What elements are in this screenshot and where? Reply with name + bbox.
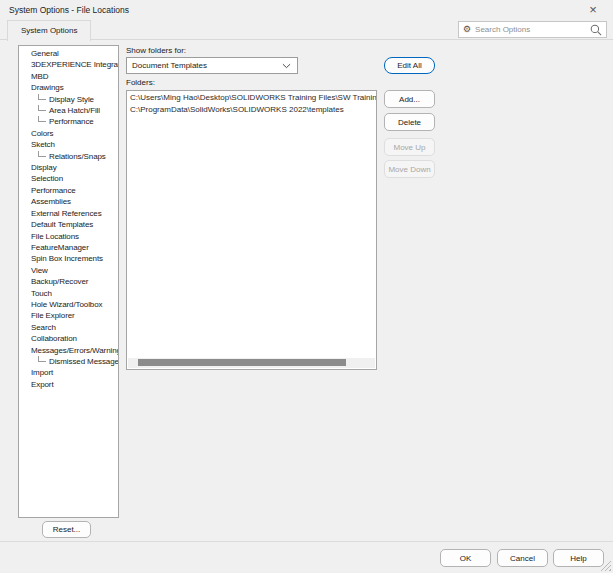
chevron-down-icon bbox=[282, 63, 291, 69]
tree-item-sketch[interactable]: Sketch bbox=[19, 139, 118, 150]
folder-path-item[interactable]: C:\Users\Ming Hao\Desktop\SOLIDWORKS Tra… bbox=[127, 92, 376, 104]
tree-item-messages-errors-warnings[interactable]: Messages/Errors/Warnings bbox=[19, 345, 118, 356]
tree-item-spin-box-increments[interactable]: Spin Box Increments bbox=[19, 253, 118, 264]
tree-item-relations-snaps[interactable]: Relations/Snaps bbox=[19, 151, 118, 162]
scrollbar-thumb[interactable] bbox=[138, 359, 346, 366]
tree-item-display[interactable]: Display bbox=[19, 162, 118, 173]
edit-all-button[interactable]: Edit All bbox=[384, 57, 435, 74]
tree-item-mbd[interactable]: MBD bbox=[19, 71, 118, 82]
tree-item-dismissed-messages[interactable]: Dismissed Messages bbox=[19, 356, 118, 367]
tree-item-import[interactable]: Import bbox=[19, 367, 118, 378]
reset-button[interactable]: Reset... bbox=[42, 521, 91, 538]
close-icon[interactable]: × bbox=[584, 1, 602, 19]
tree-item-assemblies[interactable]: Assemblies bbox=[19, 196, 118, 207]
add-button[interactable]: Add... bbox=[384, 90, 435, 108]
tree-item-drawings[interactable]: Drawings bbox=[19, 82, 118, 93]
system-options-dialog: { "window": { "title": "System Options -… bbox=[0, 0, 613, 573]
tree-item-collaboration[interactable]: Collaboration bbox=[19, 333, 118, 344]
ok-button[interactable]: OK bbox=[440, 549, 491, 567]
tree-item-hole-wizard-toolbox[interactable]: Hole Wizard/Toolbox bbox=[19, 299, 118, 310]
tree-item-area-hatch-fill[interactable]: Area Hatch/Fill bbox=[19, 105, 118, 116]
tree-item-performance[interactable]: Performance bbox=[19, 116, 118, 127]
tree-item-search[interactable]: Search bbox=[19, 322, 118, 333]
folder-path-item[interactable]: C:\ProgramData\SolidWorks\SOLIDWORKS 202… bbox=[127, 104, 376, 116]
folders-list[interactable]: C:\Users\Ming Hao\Desktop\SOLIDWORKS Tra… bbox=[126, 90, 377, 370]
tree-item-file-explorer[interactable]: File Explorer bbox=[19, 310, 118, 321]
folders-label: Folders: bbox=[126, 78, 155, 87]
tree-item-general[interactable]: General bbox=[19, 48, 118, 59]
move-down-button[interactable]: Move Down bbox=[384, 160, 435, 178]
help-button[interactable]: Help bbox=[553, 549, 604, 567]
window-title: System Options - File Locations bbox=[9, 5, 129, 15]
tree-item-default-templates[interactable]: Default Templates bbox=[19, 219, 118, 230]
dropdown-selected-value: Document Templates bbox=[132, 61, 207, 70]
tree-item-external-references[interactable]: External References bbox=[19, 208, 118, 219]
move-up-button[interactable]: Move Up bbox=[384, 138, 435, 156]
search-icon[interactable] bbox=[590, 24, 602, 36]
tree-item-3dexperience-integration[interactable]: 3DEXPERIENCE Integration bbox=[19, 59, 118, 70]
horizontal-scrollbar[interactable] bbox=[128, 358, 375, 368]
delete-button[interactable]: Delete bbox=[384, 113, 435, 131]
tree-item-performance[interactable]: Performance bbox=[19, 185, 118, 196]
search-box[interactable]: ⚙ bbox=[458, 21, 607, 38]
show-folders-label: Show folders for: bbox=[126, 46, 186, 55]
options-tree: General3DEXPERIENCE IntegrationMBDDrawin… bbox=[18, 45, 119, 518]
search-input[interactable] bbox=[475, 25, 586, 34]
tab-system-options[interactable]: System Options bbox=[7, 20, 91, 41]
tree-item-backup-recover[interactable]: Backup/Recover bbox=[19, 276, 118, 287]
tree-item-view[interactable]: View bbox=[19, 265, 118, 276]
tree-item-colors[interactable]: Colors bbox=[19, 128, 118, 139]
tree-item-export[interactable]: Export bbox=[19, 379, 118, 390]
tree-item-file-locations[interactable]: File Locations bbox=[19, 231, 118, 242]
tree-item-featuremanager[interactable]: FeatureManager bbox=[19, 242, 118, 253]
tree-item-selection[interactable]: Selection bbox=[19, 173, 118, 184]
titlebar: System Options - File Locations × bbox=[0, 0, 613, 20]
footer-separator bbox=[0, 541, 613, 542]
tab-strip: System Options ⚙ bbox=[0, 20, 613, 40]
tree-item-touch[interactable]: Touch bbox=[19, 288, 118, 299]
gear-icon: ⚙ bbox=[463, 25, 471, 34]
show-folders-dropdown[interactable]: Document Templates bbox=[126, 57, 298, 74]
cancel-button[interactable]: Cancel bbox=[497, 549, 548, 567]
tree-item-display-style[interactable]: Display Style bbox=[19, 94, 118, 105]
